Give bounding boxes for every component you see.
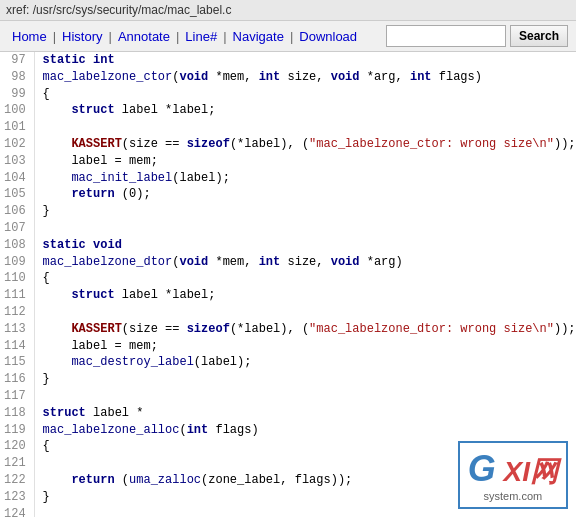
line-number[interactable]: 110 — [0, 270, 34, 287]
nav-annotate[interactable]: Annotate — [114, 27, 174, 46]
nav-download[interactable]: Download — [295, 27, 361, 46]
table-row: 115 mac_destroy_label(label); — [0, 354, 576, 371]
nav-sep-3: | — [174, 29, 181, 44]
line-code: struct label *label; — [34, 102, 576, 119]
code-container[interactable]: 97 static int 98 mac_labelzone_ctor(void… — [0, 52, 576, 517]
line-number[interactable]: 102 — [0, 136, 34, 153]
line-number[interactable]: 116 — [0, 371, 34, 388]
line-code: label = mem; — [34, 338, 576, 355]
nav-home[interactable]: Home — [8, 27, 51, 46]
line-number[interactable]: 97 — [0, 52, 34, 69]
line-code: static int — [34, 52, 576, 69]
line-number[interactable]: 103 — [0, 153, 34, 170]
line-number[interactable]: 124 — [0, 506, 34, 517]
line-number[interactable]: 120 — [0, 438, 34, 455]
watermark-xi: XI — [496, 456, 530, 487]
line-number[interactable]: 111 — [0, 287, 34, 304]
line-code: } — [34, 371, 576, 388]
nav-line[interactable]: Line# — [181, 27, 221, 46]
line-code: label = mem; — [34, 153, 576, 170]
nav-sep-4: | — [221, 29, 228, 44]
table-row: 97 static int — [0, 52, 576, 69]
line-code — [34, 304, 576, 321]
line-code — [34, 220, 576, 237]
line-number[interactable]: 113 — [0, 321, 34, 338]
search-container: Search — [386, 25, 568, 47]
table-row: 104 mac_init_label(label); — [0, 170, 576, 187]
line-number[interactable]: 108 — [0, 237, 34, 254]
line-code — [34, 119, 576, 136]
nav-navigate[interactable]: Navigate — [229, 27, 288, 46]
line-number[interactable]: 123 — [0, 489, 34, 506]
line-number[interactable]: 106 — [0, 203, 34, 220]
line-number[interactable]: 112 — [0, 304, 34, 321]
nav-sep-5: | — [288, 29, 295, 44]
nav-bar: Home | History | Annotate | Line# | Navi… — [0, 21, 576, 52]
table-row: 103 label = mem; — [0, 153, 576, 170]
table-row: 114 label = mem; — [0, 338, 576, 355]
line-number[interactable]: 119 — [0, 422, 34, 439]
line-code: mac_init_label(label); — [34, 170, 576, 187]
line-number[interactable]: 122 — [0, 472, 34, 489]
line-code: mac_labelzone_alloc(int flags) — [34, 422, 576, 439]
title-bar: xref: /usr/src/sys/security/mac/mac_labe… — [0, 0, 576, 21]
watermark-site: system.com — [468, 490, 558, 503]
line-code: return (0); — [34, 186, 576, 203]
line-number[interactable]: 99 — [0, 86, 34, 103]
watermark-network: 网 — [530, 456, 558, 487]
table-row: 109 mac_labelzone_dtor(void *mem, int si… — [0, 254, 576, 271]
line-code: struct label *label; — [34, 287, 576, 304]
line-number[interactable]: 114 — [0, 338, 34, 355]
table-row: 98 mac_labelzone_ctor(void *mem, int siz… — [0, 69, 576, 86]
table-row: 100 struct label *label; — [0, 102, 576, 119]
line-number[interactable]: 107 — [0, 220, 34, 237]
line-number[interactable]: 121 — [0, 455, 34, 472]
line-number[interactable]: 101 — [0, 119, 34, 136]
line-code: } — [34, 203, 576, 220]
table-row: 101 — [0, 119, 576, 136]
line-code: mac_destroy_label(label); — [34, 354, 576, 371]
line-code: static void — [34, 237, 576, 254]
line-number[interactable]: 118 — [0, 405, 34, 422]
line-number[interactable]: 100 — [0, 102, 34, 119]
watermark-g: G — [468, 448, 496, 489]
table-row: 111 struct label *label; — [0, 287, 576, 304]
nav-sep-2: | — [107, 29, 114, 44]
line-code: mac_labelzone_ctor(void *mem, int size, … — [34, 69, 576, 86]
search-button[interactable]: Search — [510, 25, 568, 47]
table-row: 116 } — [0, 371, 576, 388]
table-row: 105 return (0); — [0, 186, 576, 203]
table-row: 110 { — [0, 270, 576, 287]
line-number[interactable]: 104 — [0, 170, 34, 187]
table-row: 107 — [0, 220, 576, 237]
table-row: 99 { — [0, 86, 576, 103]
nav-history[interactable]: History — [58, 27, 106, 46]
search-input[interactable] — [386, 25, 506, 47]
line-code: KASSERT(size == sizeof(*label), ("mac_la… — [34, 136, 576, 153]
table-row: 119 mac_labelzone_alloc(int flags) — [0, 422, 576, 439]
table-row: 117 — [0, 388, 576, 405]
line-number[interactable]: 105 — [0, 186, 34, 203]
table-row: 113 KASSERT(size == sizeof(*label), ("ma… — [0, 321, 576, 338]
line-code: { — [34, 270, 576, 287]
line-code: { — [34, 86, 576, 103]
table-row: 118 struct label * — [0, 405, 576, 422]
line-number[interactable]: 117 — [0, 388, 34, 405]
watermark: G XI网 system.com — [458, 441, 568, 509]
table-row: 106 } — [0, 203, 576, 220]
line-number[interactable]: 98 — [0, 69, 34, 86]
page-title: xref: /usr/src/sys/security/mac/mac_labe… — [6, 3, 231, 17]
line-code: mac_labelzone_dtor(void *mem, int size, … — [34, 254, 576, 271]
watermark-box: G XI网 system.com — [458, 441, 568, 509]
line-code: KASSERT(size == sizeof(*label), ("mac_la… — [34, 321, 576, 338]
nav-sep-1: | — [51, 29, 58, 44]
table-row: 108 static void — [0, 237, 576, 254]
line-code — [34, 388, 576, 405]
table-row: 102 KASSERT(size == sizeof(*label), ("ma… — [0, 136, 576, 153]
line-number[interactable]: 115 — [0, 354, 34, 371]
table-row: 112 — [0, 304, 576, 321]
line-code: struct label * — [34, 405, 576, 422]
line-number[interactable]: 109 — [0, 254, 34, 271]
